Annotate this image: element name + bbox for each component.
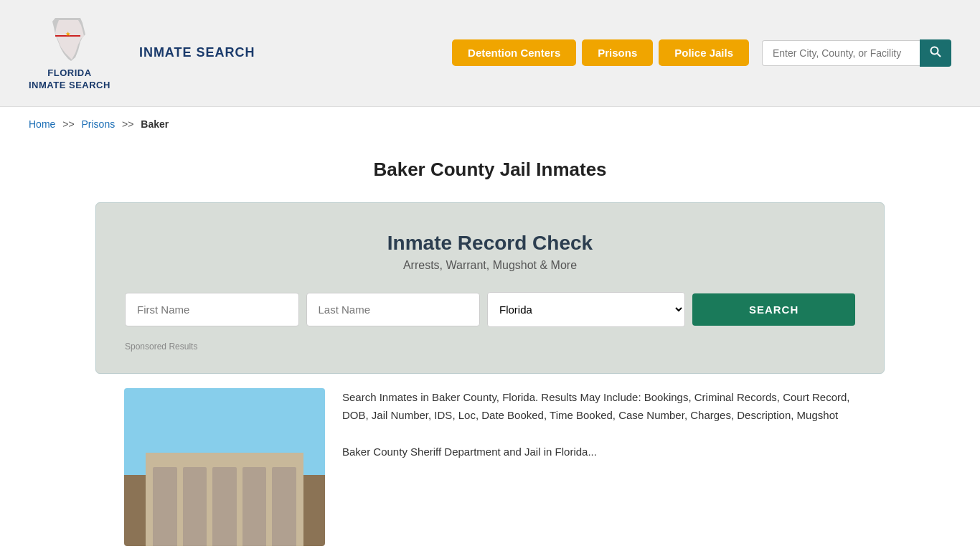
page-title-area: Baker County Jail Inmates: [0, 141, 980, 188]
inmate-search-form: Florida SEARCH: [125, 292, 855, 327]
breadcrumb-home[interactable]: Home: [29, 118, 55, 130]
search-icon: [930, 46, 941, 57]
record-check-section: Inmate Record Check Arrests, Warrant, Mu…: [95, 202, 885, 374]
building-illustration: [146, 453, 303, 546]
inmate-search-button[interactable]: SEARCH: [692, 293, 855, 326]
main-nav: Detention Centers Prisons Police Jails: [452, 39, 951, 67]
column-5: [272, 467, 296, 546]
content-area: Search Inmates in Baker County, Florida.…: [95, 388, 885, 546]
jail-image: [124, 388, 325, 546]
column-1: [153, 467, 177, 546]
nav-police-jails[interactable]: Police Jails: [659, 39, 749, 66]
building-columns: [153, 467, 296, 546]
sponsored-label: Sponsored Results: [125, 342, 855, 352]
site-title-text: INMATE SEARCH: [139, 45, 255, 60]
column-4: [242, 467, 267, 546]
header-search-box: [762, 39, 951, 67]
last-name-input[interactable]: [306, 293, 481, 326]
state-select[interactable]: Florida: [487, 292, 685, 327]
content-description: Search Inmates in Baker County, Florida.…: [342, 388, 856, 425]
florida-map-icon: [41, 14, 98, 65]
first-name-input[interactable]: [125, 293, 299, 326]
breadcrumb: Home >> Prisons >> Baker: [0, 107, 980, 141]
page-title: Baker County Jail Inmates: [29, 159, 951, 181]
nav-detention-centers[interactable]: Detention Centers: [452, 39, 576, 66]
content-subtitle2: Baker County Sheriff Department and Jail…: [342, 443, 856, 461]
content-description-area: Search Inmates in Baker County, Florida.…: [342, 388, 856, 546]
header-search-button[interactable]: [920, 39, 951, 67]
breadcrumb-sep-2: >>: [122, 118, 133, 130]
record-check-heading: Inmate Record Check: [125, 232, 855, 255]
breadcrumb-current: Baker: [141, 118, 169, 130]
site-header: FLORIDA INMATE SEARCH INMATE SEARCH Dete…: [0, 0, 980, 107]
breadcrumb-prisons[interactable]: Prisons: [82, 118, 116, 130]
logo-text: FLORIDA INMATE SEARCH: [29, 67, 110, 92]
column-2: [183, 467, 207, 546]
header-search-input[interactable]: [762, 40, 920, 66]
column-3: [212, 467, 237, 546]
svg-point-3: [931, 47, 938, 54]
breadcrumb-sep-1: >>: [62, 118, 74, 130]
record-check-subtitle: Arrests, Warrant, Mugshot & More: [125, 259, 855, 272]
nav-prisons[interactable]: Prisons: [582, 39, 653, 66]
svg-line-4: [938, 53, 941, 57]
site-logo[interactable]: FLORIDA INMATE SEARCH: [29, 14, 110, 92]
